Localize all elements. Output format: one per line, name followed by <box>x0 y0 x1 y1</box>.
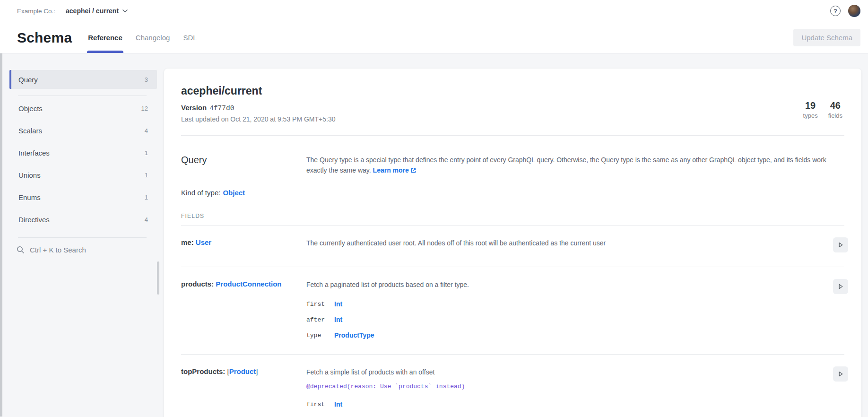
play-icon <box>837 242 844 248</box>
sidebar-item-count: 3 <box>145 76 148 83</box>
stat-label: types <box>803 112 818 119</box>
tab-sdl[interactable]: SDL <box>182 22 198 53</box>
field-detail-col: Fetch a paginated list of products based… <box>306 279 825 340</box>
play-icon <box>837 371 844 377</box>
kind-of-type: Kind of type:Object <box>181 189 844 197</box>
field-action-col <box>825 366 848 409</box>
stat-value: 46 <box>828 100 842 111</box>
sidebar-item-interfaces[interactable]: Interfaces1 <box>9 142 157 164</box>
schema-card-header: acephei/current Version4f77d0 Last updat… <box>164 69 861 136</box>
run-in-explorer-button[interactable] <box>833 237 848 252</box>
page-header: Schema ReferenceChangelogSDL Update Sche… <box>0 22 868 53</box>
schema-search[interactable]: Ctrl + K to Search <box>9 239 157 254</box>
learn-more-link[interactable]: Learn more <box>373 166 416 174</box>
sidebar-divider <box>18 96 147 96</box>
sidebar-item-label: Unions <box>18 171 41 179</box>
type-name-heading: Query <box>181 155 306 175</box>
arg-name: after <box>306 316 334 323</box>
sidebar-item-label: Directives <box>18 216 50 224</box>
tab-changelog[interactable]: Changelog <box>135 22 171 53</box>
help-button[interactable]: ? <box>830 6 841 16</box>
sidebar-item-directives[interactable]: Directives4 <box>9 208 157 231</box>
sidebar-item-label: Enums <box>18 193 41 201</box>
sidebar-item-label: Interfaces <box>18 149 50 157</box>
fields-label: FIELDS <box>181 213 844 219</box>
sidebar-item-enums[interactable]: Enums1 <box>9 186 157 208</box>
field-name-col: topProducts: [Product] <box>181 366 306 409</box>
sidebar-item-objects[interactable]: Objects12 <box>9 97 157 120</box>
active-tab-underline <box>87 51 123 53</box>
field-args: firstIntafterInttypeProductType <box>306 293 825 340</box>
learn-more-label: Learn more <box>373 166 409 174</box>
arg-type-link[interactable]: ProductType <box>334 331 374 339</box>
play-icon <box>837 283 844 290</box>
kind-label: Kind of type: <box>181 189 220 197</box>
arg-row: afterInt <box>306 309 825 324</box>
sidebar-item-label: Scalars <box>18 127 42 135</box>
sidebar-item-count: 1 <box>145 194 148 201</box>
search-icon <box>17 246 25 254</box>
field-description: The currently authenticated user root. A… <box>306 238 825 248</box>
arg-row: typeProductType <box>306 324 825 340</box>
graph-selector[interactable]: acephei / current <box>66 7 128 15</box>
page-title: Schema <box>17 30 72 46</box>
type-description: The Query type is a special type that de… <box>306 155 844 175</box>
field-action-col <box>825 279 848 340</box>
update-schema-button[interactable]: Update Schema <box>793 29 860 46</box>
schema-card: acephei/current Version4f77d0 Last updat… <box>164 69 861 417</box>
type-bracket-close: ] <box>256 367 258 375</box>
type-section: Query The Query type is a special type t… <box>164 136 861 417</box>
sidebar-item-unions[interactable]: Unions1 <box>9 164 157 186</box>
field-description: Fetch a simple list of products with an … <box>306 367 825 377</box>
field-row-topProducts: topProducts: [Product]Fetch a simple lis… <box>181 354 844 417</box>
field-name-col: me: User <box>181 237 306 252</box>
kind-value-link[interactable]: Object <box>223 189 245 197</box>
field-type-link[interactable]: Product <box>229 367 256 375</box>
arg-type-link[interactable]: Int <box>334 400 342 408</box>
user-avatar[interactable] <box>848 5 860 17</box>
field-name-col: products: ProductConnection <box>181 279 306 340</box>
sidebar-item-query[interactable]: Query3 <box>9 70 157 89</box>
arg-type-link[interactable]: Int <box>334 300 342 308</box>
field-description: Fetch a paginated list of products based… <box>306 280 825 290</box>
arg-name: first <box>306 401 334 408</box>
card-divider <box>181 135 844 136</box>
last-updated: Last updated on Oct 21, 2020 at 9:53 PM … <box>181 115 844 123</box>
field-name: topProducts: <box>181 367 227 375</box>
schema-stats: 19types46fields <box>803 100 842 119</box>
field-row-me: me: UserThe currently authenticated user… <box>181 225 844 267</box>
sidebar-divider <box>18 237 147 238</box>
stat-label: fields <box>828 112 842 119</box>
arg-type-link[interactable]: Int <box>334 316 342 323</box>
arg-row: firstInt <box>306 293 825 309</box>
run-in-explorer-button[interactable] <box>833 279 848 294</box>
field-detail-col: Fetch a simple list of products with an … <box>306 366 825 409</box>
arg-name: type <box>306 332 334 339</box>
content-area: Query3Objects12Scalars4Interfaces1Unions… <box>0 53 868 417</box>
field-type-link[interactable]: User <box>196 238 211 246</box>
field-name: me: <box>181 238 196 246</box>
top-bar: Example Co.: acephei / current ? <box>0 0 868 22</box>
tab-reference[interactable]: Reference <box>87 22 123 53</box>
sidebar-item-count: 1 <box>145 149 148 156</box>
field-args: firstInt <box>306 393 825 409</box>
type-sidebar: Query3Objects12Scalars4Interfaces1Unions… <box>9 70 157 254</box>
stat-types: 19types <box>803 100 818 119</box>
external-link-icon <box>411 168 416 173</box>
version-value: 4f77d0 <box>209 104 234 112</box>
left-scrollbar[interactable] <box>0 53 2 417</box>
field-type-link[interactable]: ProductConnection <box>216 280 281 288</box>
field-action-col <box>825 237 848 252</box>
sidebar-item-count: 4 <box>145 216 148 223</box>
sidebar-scrollbar[interactable] <box>157 261 159 295</box>
sidebar-item-count: 1 <box>145 172 148 179</box>
arg-name: first <box>306 301 334 308</box>
sidebar-item-count: 4 <box>145 127 148 134</box>
question-icon: ? <box>833 8 837 15</box>
stat-value: 19 <box>803 100 818 111</box>
run-in-explorer-button[interactable] <box>833 366 848 382</box>
chevron-down-icon <box>122 9 128 13</box>
type-nav: Query3Objects12Scalars4Interfaces1Unions… <box>9 70 157 231</box>
sidebar-item-scalars[interactable]: Scalars4 <box>9 120 157 142</box>
field-detail-col: The currently authenticated user root. A… <box>306 237 825 252</box>
